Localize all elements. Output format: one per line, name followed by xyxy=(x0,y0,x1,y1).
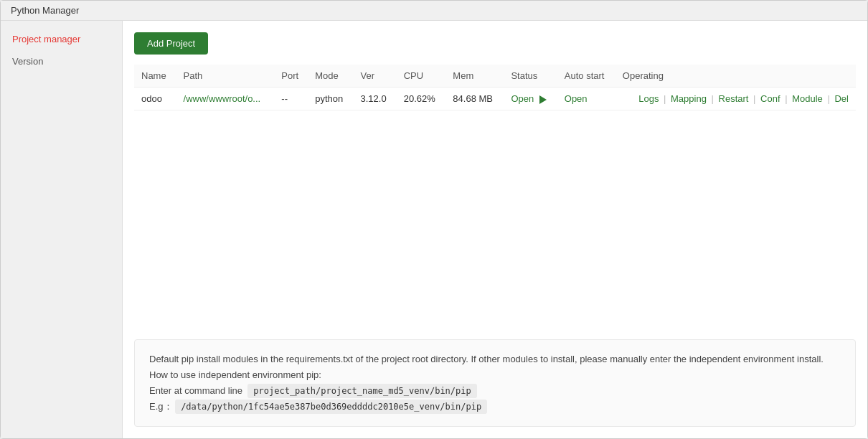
op-logs[interactable]: Logs xyxy=(638,93,659,104)
cell-mem: 84.68 MB xyxy=(445,88,504,110)
path-link[interactable]: /www/wwwroot/o... xyxy=(184,93,261,104)
cell-path: /www/wwwroot/o... xyxy=(176,88,275,110)
play-button[interactable] xyxy=(539,95,547,104)
app-window: Python Manager Project manager Version A… xyxy=(0,0,868,439)
cell-port: -- xyxy=(274,88,308,110)
col-operating: Operating xyxy=(615,65,856,88)
app-title: Python Manager xyxy=(11,5,79,16)
info-line4-prefix: E.g： xyxy=(149,401,173,412)
col-ver: Ver xyxy=(354,65,397,88)
sidebar: Project manager Version xyxy=(1,21,123,438)
info-line2: How to use independent environment pip: xyxy=(149,367,841,383)
sep1: | xyxy=(664,93,666,104)
cell-name: odoo xyxy=(134,88,176,110)
info-box: Default pip install modules in the requi… xyxy=(134,339,856,427)
title-bar: Python Manager xyxy=(1,1,867,21)
col-cpu: CPU xyxy=(397,65,446,88)
info-line3-code: project_path/project_name_md5_venv/bin/p… xyxy=(247,384,476,398)
sep4: | xyxy=(785,93,787,104)
op-del[interactable]: Del xyxy=(834,93,849,104)
col-mode: Mode xyxy=(308,65,353,88)
sep5: | xyxy=(827,93,829,104)
autostart-text: Open xyxy=(565,93,588,104)
op-restart[interactable]: Restart xyxy=(719,93,749,104)
table-row: odoo /www/wwwroot/o... -- python 3.12.0 … xyxy=(134,88,856,110)
sidebar-item-project-manager[interactable]: Project manager xyxy=(1,28,122,50)
col-status: Status xyxy=(504,65,557,88)
cell-ver: 3.12.0 xyxy=(354,88,397,110)
sep3: | xyxy=(753,93,755,104)
cell-autostart: Open xyxy=(557,88,615,110)
sidebar-item-version[interactable]: Version xyxy=(1,50,122,72)
op-mapping[interactable]: Mapping xyxy=(671,93,707,104)
op-module[interactable]: Module xyxy=(792,93,823,104)
op-conf[interactable]: Conf xyxy=(760,93,780,104)
cell-cpu: 20.62% xyxy=(397,88,446,110)
status-open-text: Open xyxy=(511,93,534,104)
add-project-button[interactable]: Add Project xyxy=(134,32,208,55)
info-line1: Default pip install modules in the requi… xyxy=(149,351,841,367)
col-path: Path xyxy=(176,65,275,88)
info-line3: Enter at command line project_path/proje… xyxy=(149,383,841,399)
sep2: | xyxy=(712,93,714,104)
cell-mode: python xyxy=(308,88,353,110)
info-line4-code: /data/python/1fc54ae5e387be0d369eddddc20… xyxy=(175,400,487,414)
cell-status: Open xyxy=(504,88,557,110)
info-line3-prefix: Enter at command line xyxy=(149,385,242,396)
info-line4: E.g： /data/python/1fc54ae5e387be0d369edd… xyxy=(149,399,841,415)
projects-table: Name Path Port Mode Ver CPU Mem Status A… xyxy=(134,65,856,110)
col-port: Port xyxy=(274,65,308,88)
main-content: Add Project Name Path Port Mode Ver CPU … xyxy=(123,21,867,438)
col-name: Name xyxy=(134,65,176,88)
col-autostart: Auto start xyxy=(557,65,615,88)
content-area: Project manager Version Add Project Name… xyxy=(1,21,867,438)
col-mem: Mem xyxy=(445,65,504,88)
cell-operating: Logs | Mapping | Restart | Conf | Module… xyxy=(615,88,856,110)
